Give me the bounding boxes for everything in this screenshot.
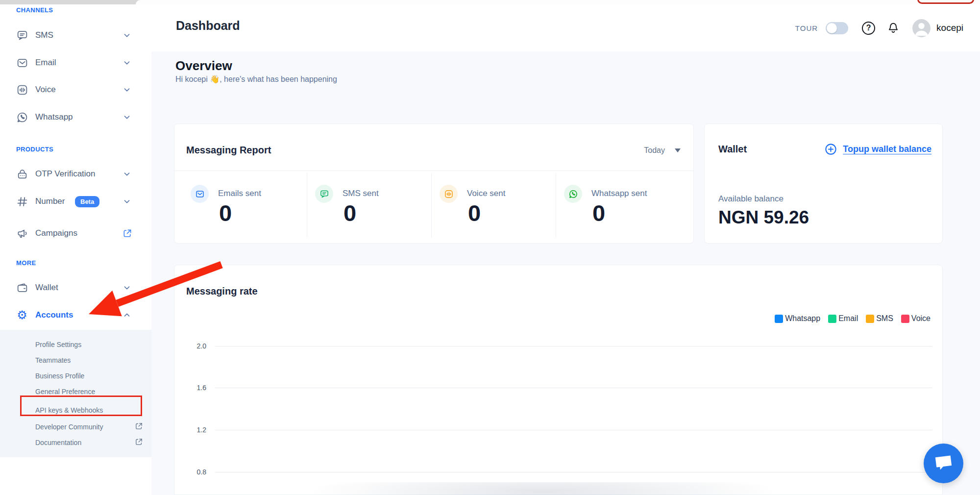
stat-label: Voice sent [467, 189, 505, 198]
sidebar-item-voice[interactable]: Voice [0, 80, 151, 99]
wallet-card: Wallet Topup wallet balance Available ba… [704, 124, 943, 244]
external-link-icon [135, 422, 143, 430]
legend-swatch [828, 315, 836, 323]
sidebar-item-label: Campaigns [35, 228, 77, 238]
y-tick-1.6: 1.6 [187, 384, 206, 392]
sidebar-item-accounts[interactable]: ⚙ Accounts [0, 305, 151, 325]
chevron-down-icon [122, 170, 131, 178]
avatar[interactable] [912, 19, 931, 37]
voice-icon [16, 83, 28, 96]
chevron-down-icon [122, 197, 131, 206]
sidebar-item-label: OTP Verification [35, 169, 96, 179]
hash-icon [16, 195, 28, 208]
legend-sms: SMS [866, 314, 893, 323]
sidebar-item-wallet[interactable]: Wallet [0, 278, 151, 297]
y-tick-1.2: 1.2 [187, 426, 206, 434]
email-icon [16, 56, 28, 69]
gridline [215, 388, 932, 388]
chevron-down-icon [122, 113, 131, 122]
external-link-icon [135, 438, 143, 446]
topbar: Dashboard TOUR ? kocepi [151, 4, 980, 51]
topbar-actions: TOUR ? kocepi [795, 4, 963, 51]
browser-active-tab [136, 0, 980, 4]
stat-sms-sent: SMS sent 0 [315, 171, 431, 244]
wallet-card-title: Wallet [718, 144, 747, 155]
chevron-down-icon [122, 58, 131, 67]
sidebar-item-email[interactable]: Email [0, 53, 151, 73]
divider [307, 173, 307, 238]
stat-whatsapp-sent: Whatsapp sent 0 [564, 171, 686, 244]
gridline [215, 346, 932, 346]
lock-icon [16, 168, 28, 180]
stat-label: SMS sent [343, 189, 379, 198]
sidebar-section-products: PRODUCTS [16, 146, 53, 153]
chat-bubble-icon [932, 453, 954, 473]
sidebar-section-more: MORE [16, 259, 36, 267]
sidebar-item-sms[interactable]: SMS [0, 25, 151, 45]
stat-label: Whatsapp sent [591, 189, 647, 198]
sms-chat-icon [16, 29, 28, 42]
megaphone-icon [16, 227, 28, 240]
stat-voice-sent: Voice sent 0 [440, 171, 556, 244]
stat-value: 0 [592, 199, 605, 226]
chevron-down-icon [122, 31, 131, 40]
help-icon[interactable]: ? [862, 22, 875, 35]
sidebar-item-label: Wallet [35, 283, 58, 293]
gear-icon: ⚙ [16, 309, 28, 322]
legend-swatch [775, 315, 783, 323]
notifications-bell-icon[interactable] [887, 21, 900, 35]
beta-badge: Beta [75, 196, 99, 207]
messaging-report-title: Messaging Report [186, 145, 271, 156]
wallet-icon [16, 281, 28, 294]
sidebar-item-label: Voice [35, 85, 56, 95]
topup-wallet-link[interactable]: Topup wallet balance [824, 143, 931, 156]
stat-value: 0 [219, 199, 232, 226]
highlight-box [20, 396, 142, 416]
divider [556, 173, 556, 238]
page-title: Dashboard [176, 19, 240, 33]
submenu-item-developer-community[interactable]: Developer Community [35, 421, 103, 433]
browser-tab-strip [0, 0, 980, 4]
submenu-item-documentation[interactable]: Documentation [35, 437, 81, 448]
chart-bottom-shadow [248, 482, 839, 495]
voice-icon [440, 185, 458, 203]
tour-toggle[interactable] [826, 22, 848, 34]
accounts-submenu: Profile Settings Teammates Business Prof… [0, 330, 151, 457]
legend-swatch [901, 315, 909, 323]
sidebar-item-label: Email [35, 58, 56, 68]
sidebar-item-whatsapp[interactable]: Whatsapp [0, 107, 151, 127]
legend-swatch [866, 315, 874, 323]
chevron-up-icon [122, 311, 131, 320]
sidebar-item-campaigns[interactable]: Campaigns [0, 223, 151, 243]
sidebar-item-label: SMS [35, 30, 53, 40]
stat-value: 0 [343, 199, 356, 226]
gridline [215, 472, 932, 472]
period-dropdown[interactable]: Today [644, 146, 681, 155]
divider [431, 173, 432, 238]
submenu-item-teammates[interactable]: Teammates [35, 354, 71, 366]
stat-value: 0 [468, 199, 481, 226]
username[interactable]: kocepi [936, 23, 963, 33]
submenu-item-business-profile[interactable]: Business Profile [35, 370, 84, 382]
overview-title: Overview [175, 58, 232, 74]
messaging-report-card: Messaging Report Today Emails sent 0 SMS… [174, 124, 694, 244]
messaging-rate-title: Messaging rate [186, 286, 258, 297]
chevron-down-icon [122, 85, 131, 94]
legend-email: Email [828, 314, 858, 323]
email-icon [191, 185, 209, 203]
sidebar-item-number[interactable]: Number Beta [0, 192, 151, 211]
submenu-item-profile-settings[interactable]: Profile Settings [35, 339, 81, 350]
chat-widget-button[interactable] [924, 444, 963, 483]
sidebar-item-otp-verification[interactable]: OTP Verification [0, 164, 151, 184]
stat-label: Emails sent [218, 189, 261, 198]
balance-label: Available balance [718, 194, 784, 204]
sidebar-item-label: Accounts [35, 310, 73, 320]
stat-emails-sent: Emails sent 0 [191, 171, 307, 244]
external-link-icon [122, 228, 132, 238]
recording-indicator-fragment [917, 0, 974, 4]
sidebar: CHANNELS SMS Email Voice [0, 4, 151, 495]
plus-circle-icon [824, 143, 837, 156]
y-tick-2.0: 2.0 [187, 342, 206, 350]
messaging-rate-card: Messaging rate Whatsapp Email SMS Voice [174, 265, 943, 495]
period-value: Today [644, 146, 665, 155]
